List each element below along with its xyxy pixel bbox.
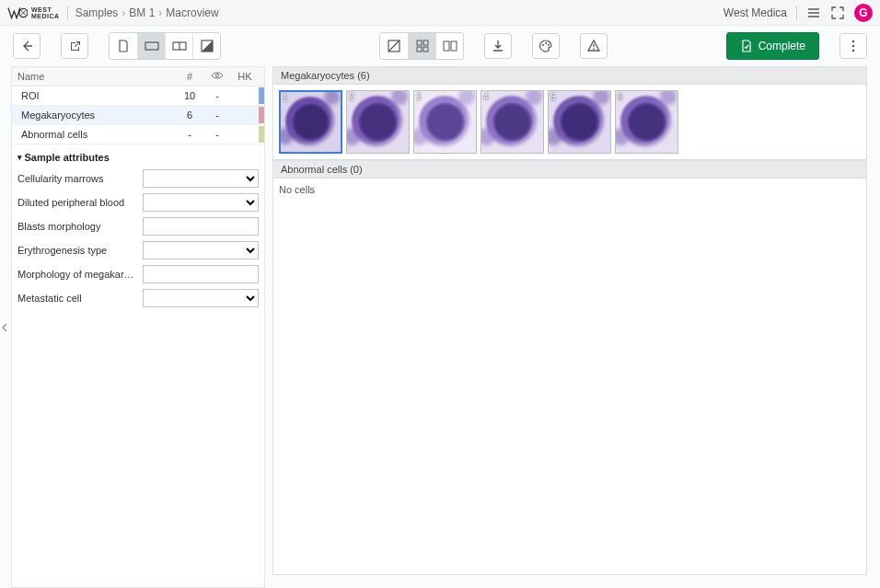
cell-count: 6 <box>176 106 203 125</box>
svg-point-16 <box>593 48 595 50</box>
svg-point-17 <box>852 40 855 43</box>
svg-point-20 <box>215 74 218 76</box>
attribute-select[interactable] <box>143 241 259 259</box>
layout-compare-button[interactable] <box>435 33 463 59</box>
svg-rect-9 <box>423 47 428 52</box>
attribute-select[interactable] <box>143 193 259 212</box>
attribute-row: Blasts morphology <box>12 214 264 238</box>
warning-button[interactable] <box>580 33 608 59</box>
brand-top: WEST <box>31 6 60 13</box>
sidebar: Name # HK ROI10-Megakaryocytes6-Abnormal… <box>11 66 265 588</box>
cell-eye: - <box>203 125 231 144</box>
thumb-number: 3 <box>416 92 422 102</box>
svg-point-14 <box>548 44 550 46</box>
attribute-select[interactable] <box>143 289 259 307</box>
brand-bottom: MEDICA <box>31 13 60 19</box>
cell-thumbnail[interactable]: 2 <box>346 90 410 154</box>
logo-icon <box>7 6 28 20</box>
layout-grid-button[interactable] <box>408 33 435 59</box>
back-button[interactable] <box>13 33 41 59</box>
cell-thumbnail[interactable]: 1 <box>279 90 342 154</box>
username: West Medica <box>724 6 787 19</box>
col-eye[interactable] <box>203 67 231 86</box>
topbar-left: WEST MEDICA Samples › BM 1 › Macroview <box>7 6 219 20</box>
content: Megakaryocytes (6) 123456 Abnormal cells… <box>272 66 867 575</box>
eye-icon <box>211 71 224 80</box>
cell-thumbnail[interactable]: 6 <box>615 90 678 154</box>
download-button[interactable] <box>484 33 512 59</box>
cell-thumbnail[interactable]: 4 <box>481 90 544 154</box>
attribute-row: Erythrogenesis type <box>12 238 264 262</box>
table-row[interactable]: Abnormal cells-- <box>12 125 264 144</box>
layout-single-button[interactable] <box>380 33 408 59</box>
sample-attributes-header[interactable]: Sample attributes <box>12 144 264 167</box>
more-button[interactable] <box>839 33 867 59</box>
thumb-number: 2 <box>349 92 354 102</box>
cell-name: Megakaryocytes <box>12 106 176 125</box>
cell-thumbnail[interactable]: 5 <box>548 90 611 154</box>
chevron-right-icon: › <box>158 6 162 19</box>
view-mode-group <box>109 32 221 60</box>
svg-rect-7 <box>423 40 428 45</box>
table-row[interactable]: Megakaryocytes6- <box>12 106 264 125</box>
svg-point-19 <box>852 50 855 52</box>
layout-group <box>379 32 464 60</box>
crumb-0[interactable]: Samples <box>75 6 119 19</box>
svg-point-12 <box>542 44 544 46</box>
cell-eye: - <box>203 106 231 125</box>
table-row[interactable]: ROI10- <box>12 86 264 106</box>
thumb-number: 5 <box>550 92 556 102</box>
topbar: WEST MEDICA Samples › BM 1 › Macroview W… <box>0 0 880 26</box>
avatar[interactable]: G <box>854 4 873 22</box>
cell-count: 10 <box>176 86 203 106</box>
svg-rect-8 <box>417 47 422 52</box>
sample-attributes: Cellularity marrowsDiluted peripheral bl… <box>12 167 264 310</box>
breadcrumb: Samples › BM 1 › Macroview <box>75 6 219 19</box>
menu-lines-icon[interactable] <box>806 6 821 20</box>
cell-eye: - <box>203 86 231 106</box>
document-check-icon <box>740 40 753 52</box>
svg-rect-11 <box>451 41 457 51</box>
sidebar-collapse-handle[interactable] <box>0 309 9 346</box>
row-accent <box>259 125 264 144</box>
view-split-button[interactable] <box>165 33 192 59</box>
view-page-button[interactable] <box>110 33 137 59</box>
thumb-number: 4 <box>483 92 489 102</box>
attribute-label: Morphology of megakaryocyt... <box>17 269 137 280</box>
open-external-button[interactable] <box>61 33 88 59</box>
col-name[interactable]: Name <box>12 67 176 86</box>
attribute-row: Morphology of megakaryocyt... <box>12 262 264 286</box>
fullscreen-icon[interactable] <box>830 6 845 20</box>
view-contrast-button[interactable] <box>192 33 220 59</box>
cell-name: Abnormal cells <box>12 125 176 144</box>
app-root: WEST MEDICA Samples › BM 1 › Macroview W… <box>0 0 880 588</box>
thumb-number: 1 <box>283 93 288 103</box>
cell-hk <box>231 106 259 125</box>
separator <box>67 6 68 20</box>
main: Name # HK ROI10-Megakaryocytes6-Abnormal… <box>0 66 880 588</box>
attribute-input[interactable] <box>143 217 259 236</box>
cell-hk <box>231 125 259 144</box>
thumb-number: 6 <box>618 92 623 102</box>
svg-rect-6 <box>417 40 422 45</box>
attribute-input[interactable] <box>143 265 259 283</box>
view-wide-button[interactable] <box>137 33 165 59</box>
crumb-2[interactable]: Macroview <box>166 6 218 19</box>
complete-button[interactable]: Complete <box>726 32 819 60</box>
col-hk[interactable]: HK <box>231 67 259 86</box>
attribute-label: Metastatic cell <box>17 293 137 304</box>
brand-logo: WEST MEDICA <box>7 6 60 20</box>
cell-hk <box>231 86 259 106</box>
chevron-right-icon: › <box>122 6 125 19</box>
palette-button[interactable] <box>532 33 560 59</box>
toolbar: Complete <box>0 26 880 66</box>
col-count[interactable]: # <box>176 67 203 86</box>
attribute-select[interactable] <box>143 169 259 188</box>
svg-rect-1 <box>145 42 158 50</box>
attribute-row: Cellularity marrows <box>12 167 264 190</box>
cell-thumbnail[interactable]: 3 <box>413 90 477 154</box>
cell-count: - <box>176 125 203 144</box>
crumb-1[interactable]: BM 1 <box>129 6 155 19</box>
panel-abnormal-body: No cells <box>272 178 867 575</box>
row-accent <box>259 106 264 125</box>
